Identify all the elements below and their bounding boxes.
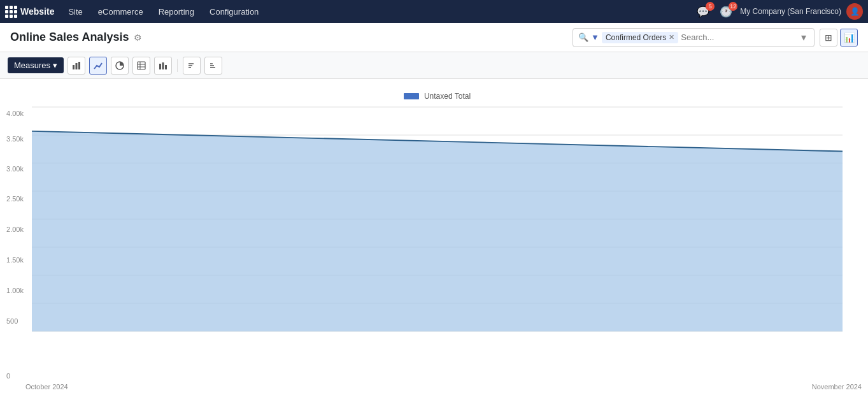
table-icon: [137, 61, 146, 70]
messages-badge: 5: [706, 2, 715, 11]
list-view-button[interactable]: ⊞: [820, 29, 837, 47]
sort-asc-icon: [187, 61, 196, 70]
nav-right: 💬 5 🕐 12 My Company (San Francisco) 👤: [694, 3, 863, 20]
search-icon: 🔍: [578, 32, 588, 42]
pie-chart-icon: [115, 61, 124, 70]
y-label-25k: 2.50k: [6, 195, 24, 203]
y-label-0: 0: [6, 372, 10, 380]
area-chart-button[interactable]: [154, 57, 172, 75]
area-chart-icon: [159, 61, 167, 70]
legend-color: [404, 93, 419, 99]
chart-svg: [32, 107, 843, 373]
bar-chart-icon: [72, 61, 81, 70]
user-avatar[interactable]: 👤: [846, 3, 863, 20]
clock-badge: 12: [729, 2, 737, 11]
y-label-3k: 3.00k: [6, 165, 24, 173]
search-area: 🔍 ▼ Confirmed Orders ✕ ▾ ⊞ 📊: [573, 28, 858, 47]
y-label-500: 500: [6, 317, 18, 325]
svg-rect-4: [138, 62, 145, 69]
y-label-35k: 3.50k: [6, 135, 24, 143]
line-chart-icon: [94, 61, 103, 70]
y-label-4k: 4.00k: [6, 110, 24, 117]
page-header: Online Sales Analysis ⚙ 🔍 ▼ Confirmed Or…: [0, 23, 868, 52]
toolbar: Measures ▾: [0, 52, 868, 79]
y-label-2k: 2.00k: [6, 226, 24, 233]
chart-view-button[interactable]: 📊: [840, 29, 858, 47]
measures-label: Measures: [14, 61, 50, 70]
navbar: Website Site eCommerce Reporting Configu…: [0, 0, 868, 23]
chart-container: Untaxed Total 4.00k 3.50k 3.00k 2.50k 2.…: [0, 79, 868, 402]
nav-site[interactable]: Site: [62, 4, 89, 19]
company-label: My Company (San Francisco): [740, 7, 841, 16]
measures-dropdown-icon: ▾: [53, 61, 57, 70]
svg-rect-9: [162, 62, 164, 69]
sort-desc-icon: [209, 61, 218, 70]
filter-tag[interactable]: Confirmed Orders ✕: [602, 32, 678, 43]
y-label-1k: 1.00k: [6, 287, 24, 294]
svg-rect-1: [76, 63, 78, 69]
filter-tag-close-icon[interactable]: ✕: [669, 33, 674, 41]
nav-ecommerce[interactable]: eCommerce: [92, 4, 150, 19]
x-label-oct: October 2024: [25, 383, 68, 391]
measures-button[interactable]: Measures ▾: [8, 57, 64, 73]
x-label-nov: November 2024: [812, 383, 862, 391]
svg-rect-2: [78, 62, 80, 69]
filter-icon: ▼: [591, 32, 599, 42]
nav-configuration[interactable]: Configuration: [203, 4, 265, 19]
clock-button[interactable]: 🕐 12: [717, 4, 735, 19]
pie-chart-button[interactable]: [111, 57, 129, 75]
view-buttons: ⊞ 📊: [820, 29, 858, 47]
page-title-area: Online Sales Analysis ⚙: [10, 31, 142, 44]
svg-rect-10: [165, 65, 167, 69]
line-chart-button[interactable]: [89, 57, 107, 75]
chart-legend: Untaxed Total: [32, 92, 843, 101]
search-bar: 🔍 ▼ Confirmed Orders ✕ ▾: [573, 28, 815, 47]
toolbar-separator-1: [177, 59, 178, 72]
search-dropdown-icon[interactable]: ▾: [799, 31, 809, 43]
nav-reporting[interactable]: Reporting: [152, 4, 201, 19]
svg-rect-8: [159, 64, 161, 69]
bar-chart-button[interactable]: [68, 57, 85, 75]
filter-tag-label: Confirmed Orders: [606, 33, 666, 42]
chart-area: [32, 131, 843, 331]
brand[interactable]: Website: [5, 6, 54, 17]
messages-button[interactable]: 💬 5: [694, 4, 712, 19]
y-label-15k: 1.50k: [6, 256, 24, 264]
grid-icon: [5, 6, 17, 17]
legend-label: Untaxed Total: [424, 92, 471, 101]
table-button[interactable]: [132, 57, 150, 75]
sort-asc-button[interactable]: [183, 57, 201, 75]
sort-desc-button[interactable]: [204, 57, 222, 75]
search-input[interactable]: [681, 32, 796, 42]
svg-rect-0: [73, 65, 75, 69]
settings-icon[interactable]: ⚙: [134, 32, 142, 43]
brand-name: Website: [20, 6, 54, 17]
page-title: Online Sales Analysis: [10, 31, 129, 44]
